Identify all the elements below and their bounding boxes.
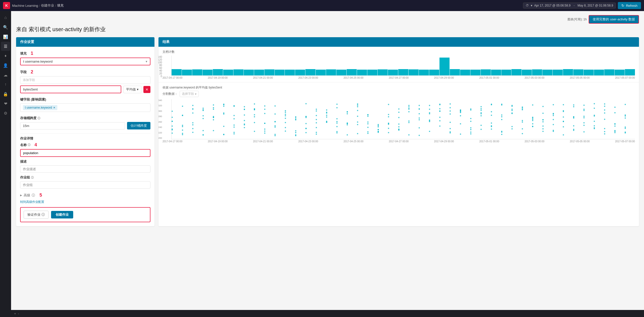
scatter-dot bbox=[388, 128, 389, 129]
scatter-dot bbox=[295, 116, 296, 117]
keyword-tag-close-icon[interactable]: ✕ bbox=[53, 106, 55, 109]
scatter-dot bbox=[604, 103, 605, 105]
clock-icon: ⏱ bbox=[526, 4, 529, 7]
sidebar-item-ml[interactable]: 👤 bbox=[1, 61, 10, 70]
scatter-dot bbox=[511, 109, 513, 110]
scatter-dot bbox=[594, 121, 595, 122]
split-field-select[interactable]: 选择字段 ▾ bbox=[180, 91, 199, 97]
scatter-dot bbox=[419, 108, 420, 110]
scatter-dot bbox=[398, 128, 399, 130]
field-delete-button[interactable]: ✕ bbox=[143, 86, 150, 93]
job-group-input[interactable] bbox=[20, 181, 150, 189]
fill-select[interactable]: t username.keyword ▾ bbox=[20, 58, 150, 65]
scatter-dot bbox=[295, 132, 296, 133]
sidebar-item-home[interactable]: ⌂ bbox=[1, 13, 10, 22]
sidebar-item-apm[interactable]: ↑ bbox=[1, 80, 10, 89]
scatter-dot bbox=[213, 109, 214, 110]
field-row: bytesSent 平均值 ▾ ✕ bbox=[20, 85, 150, 93]
keyword-label: 键字段 (影响因素) bbox=[20, 97, 150, 102]
sidebar-item-dashboard[interactable]: ☰ bbox=[1, 42, 10, 51]
refresh-icon: ↻ bbox=[621, 4, 624, 8]
scatter-dot bbox=[295, 130, 296, 131]
sidebar-item-monitoring[interactable]: ❤ bbox=[1, 99, 10, 108]
scatter-dot bbox=[583, 131, 585, 132]
use-full-data-button[interactable]: 使用完整的 user-activity 数据 bbox=[589, 15, 639, 24]
scatter-controls: 分割数据： 选择字段 ▾ bbox=[163, 91, 635, 97]
validate-job-button[interactable]: 验证作业 ⓘ bbox=[24, 211, 49, 219]
sidebar-item-discover[interactable]: 🔍 bbox=[1, 23, 10, 32]
scatter-dot bbox=[192, 124, 193, 125]
scatter-dot bbox=[419, 105, 420, 106]
keyword-tags[interactable]: t username.keyword ✕ bbox=[20, 103, 150, 112]
sidebar-item-visualize[interactable]: 📊 bbox=[1, 32, 10, 41]
zoom-in-icon[interactable]: + bbox=[14, 312, 16, 315]
refresh-button[interactable]: ↻ Refresh bbox=[618, 2, 641, 9]
scatter-dot bbox=[285, 114, 286, 115]
scatter-dot bbox=[573, 125, 574, 126]
scatter-dot bbox=[172, 125, 173, 127]
scatter-dot bbox=[285, 118, 286, 119]
bar bbox=[192, 69, 202, 75]
scatter-dot bbox=[594, 128, 595, 129]
scatter-dot bbox=[439, 125, 440, 127]
scatter-dot bbox=[625, 117, 626, 119]
scatter-dot bbox=[553, 113, 554, 114]
time-range-picker[interactable]: ⏱ ▾ Apr 17, 2017 @ 05:06:58.9 → May 8, 2… bbox=[523, 3, 616, 9]
scatter-dot bbox=[182, 129, 183, 131]
stride-label: 存储桶跨度 ⓘ bbox=[20, 116, 150, 120]
scatter-dot bbox=[470, 129, 471, 130]
results-panel: 结果 文档计数 140 120 100 80 60 40 20 0 bbox=[158, 37, 639, 226]
bar bbox=[233, 69, 244, 75]
estimate-stride-button[interactable]: 估计桶跨度 bbox=[127, 122, 150, 129]
scatter-dot bbox=[522, 133, 523, 134]
scatter-dot bbox=[367, 116, 369, 117]
scatter-dot bbox=[357, 124, 358, 125]
job-name-input[interactable] bbox=[20, 149, 150, 157]
bar bbox=[254, 70, 264, 76]
bar-chart-label: 文档计数 bbox=[163, 50, 635, 54]
top-action-bar: 图表(可用): 1h 使用完整的 user-activity 数据 bbox=[16, 15, 639, 24]
scatter-dot bbox=[553, 115, 554, 116]
job-desc-input[interactable] bbox=[20, 165, 150, 173]
scatter-dot bbox=[357, 133, 358, 134]
bar bbox=[388, 70, 398, 76]
scatter-dot bbox=[563, 126, 564, 127]
field-input[interactable]: bytesSent bbox=[20, 85, 121, 93]
sidebar-item-settings[interactable]: ⚙ bbox=[1, 109, 10, 118]
bar bbox=[501, 70, 511, 75]
scatter-dot bbox=[460, 123, 461, 124]
scatter-dot bbox=[233, 133, 235, 134]
field-agg-select[interactable]: 平均值 ▾ bbox=[123, 86, 141, 93]
bar bbox=[367, 70, 377, 76]
create-job-button[interactable]: 创建作业 bbox=[51, 211, 73, 218]
advanced-toggle[interactable]: ▶ 高级 ⓘ 5 bbox=[20, 193, 150, 198]
stride-info-icon: ⓘ bbox=[37, 116, 40, 120]
bar bbox=[553, 70, 563, 75]
scatter-dot bbox=[388, 104, 389, 105]
bar bbox=[511, 69, 521, 75]
scatter-dot bbox=[192, 105, 193, 106]
scatter-dot bbox=[295, 117, 296, 119]
sidebar-item-timelion[interactable]: ♦ bbox=[1, 51, 10, 60]
advanced-config-link[interactable]: 转到高级作业配置 bbox=[20, 200, 150, 204]
keyword-tag: t username.keyword ✕ bbox=[23, 105, 57, 110]
scatter-dot bbox=[192, 122, 193, 123]
scatter-dot bbox=[480, 129, 482, 130]
scatter-dot bbox=[491, 122, 492, 124]
field-agg-chevron-icon: ▾ bbox=[137, 87, 139, 91]
scatter-dot bbox=[182, 115, 183, 116]
step-5-badge: 5 bbox=[39, 193, 42, 198]
sidebar-item-security[interactable]: 🔒 bbox=[1, 89, 10, 99]
results-header: 结果 bbox=[158, 37, 639, 47]
bar-chart-x-labels: 2017-04-17 00:00 2017-04-19 00:00 2017-0… bbox=[163, 76, 635, 79]
bar bbox=[604, 69, 614, 75]
breadcrumb-ml[interactable]: Machine Learning bbox=[12, 4, 38, 8]
scatter-dot bbox=[563, 116, 564, 118]
scatter-dot bbox=[501, 114, 502, 116]
breadcrumb-create[interactable]: 创建作业 bbox=[41, 3, 54, 8]
zoom-out-icon[interactable]: - bbox=[18, 312, 19, 315]
scatter-dot bbox=[347, 123, 348, 124]
stride-input[interactable] bbox=[20, 122, 125, 129]
sidebar-item-graph[interactable]: ☁ bbox=[1, 70, 10, 79]
scatter-dot bbox=[388, 116, 389, 117]
